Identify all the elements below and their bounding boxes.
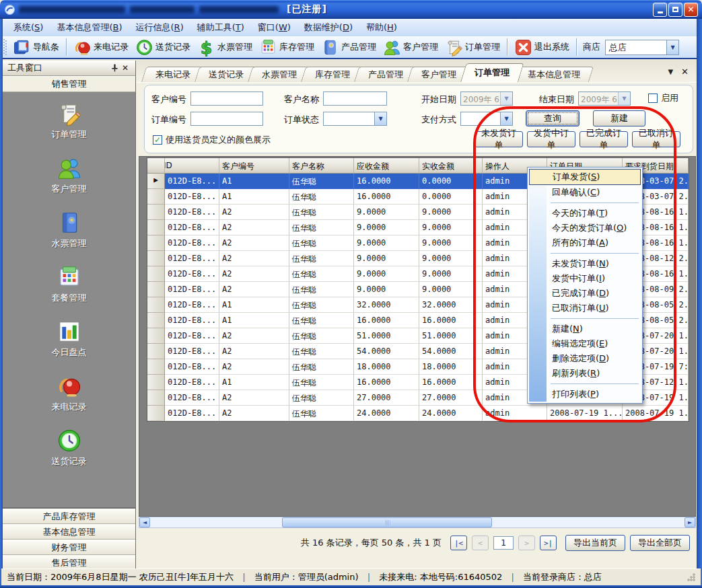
order-status-filter-button[interactable]: 发货中订单 (527, 131, 575, 147)
chevron-down-icon[interactable]: ▼ (374, 112, 386, 125)
pin-icon[interactable] (109, 63, 120, 73)
toolbar-grip[interactable] (3, 39, 7, 55)
row-selector[interactable] (147, 297, 165, 313)
tab-水票管理[interactable]: 水票管理 (248, 67, 306, 82)
context-menu-item[interactable]: 今天的订单(T) (529, 206, 641, 221)
query-button[interactable]: 查询 (526, 110, 580, 126)
tab-送货记录[interactable]: 送货记录 (195, 67, 252, 82)
customer-name-input[interactable] (323, 91, 387, 106)
order-status-filter-button[interactable]: 未发货订单 (475, 131, 523, 147)
close-button[interactable]: ✕ (684, 3, 698, 17)
row-selector[interactable] (147, 282, 165, 297)
context-menu-item[interactable]: 新建(N) (529, 322, 641, 336)
sidebar-item[interactable]: 来电记录 (52, 373, 87, 413)
column-header[interactable]: 客户编号 (219, 158, 289, 174)
tab-订单管理[interactable]: 订单管理 (460, 63, 518, 82)
next-page-button[interactable]: > (518, 536, 535, 550)
row-selector[interactable] (147, 328, 165, 344)
chevron-down-icon[interactable]: ▼ (500, 112, 512, 125)
row-selector[interactable] (147, 344, 165, 359)
sidebar-group-button[interactable]: 产品库存管理 (3, 509, 135, 524)
sidebar-section-sales[interactable]: 销售管理 (3, 76, 135, 92)
toolbar-button[interactable]: 导航条 (9, 37, 63, 58)
enable-checkbox[interactable]: 启用 (648, 92, 678, 104)
courier-color-checkbox[interactable]: ✓ 使用送货员定义的颜色展示 (153, 134, 271, 146)
row-selector[interactable] (147, 235, 165, 251)
context-menu-item[interactable]: 编辑选定项(E) (529, 336, 641, 351)
menubar-item[interactable]: 辅助工具(T) (190, 19, 251, 36)
row-selector[interactable] (147, 220, 165, 235)
export-all-pages-button[interactable]: 导出全部页 (630, 535, 690, 551)
toolbar-button[interactable]: 库存管理 (256, 37, 318, 58)
toolbar-button[interactable]: 送货记录 (132, 37, 194, 58)
row-selector[interactable] (147, 406, 165, 421)
sidebar-item[interactable]: 送货记录 (52, 428, 87, 468)
row-selector[interactable] (147, 189, 165, 205)
context-menu-item[interactable]: 打印列表(P) (529, 387, 641, 402)
toolbar-button[interactable]: 产品管理 (318, 37, 380, 58)
tab-客户管理[interactable]: 客户管理 (407, 67, 465, 82)
toolbar-button[interactable]: 来电记录 (70, 37, 132, 58)
minimize-button[interactable] (653, 3, 667, 17)
context-menu-item[interactable]: 未发货订单(N) (529, 256, 641, 271)
context-menu-item[interactable]: 已完成订单(D) (529, 286, 641, 301)
sidebar-item[interactable]: 今日盘点 (52, 319, 87, 359)
context-menu-item[interactable]: 今天的发货订单(O) (529, 221, 641, 235)
shop-select[interactable]: 总店 ▼ (605, 40, 679, 55)
pay-method-select[interactable]: ▼ (460, 112, 513, 126)
context-menu-item[interactable]: 所有的订单(A) (529, 235, 641, 250)
menubar-item[interactable]: 窗口(W) (251, 19, 297, 36)
last-page-button[interactable]: >| (540, 536, 557, 550)
order-status-filter-button[interactable]: 已完成订单 (580, 131, 628, 147)
tab-scroll-down-icon[interactable]: ▼ (668, 68, 673, 75)
close-icon[interactable]: ✕ (120, 63, 131, 73)
chevron-down-icon[interactable]: ▼ (500, 92, 512, 105)
maximize-button[interactable] (668, 3, 682, 17)
tab-库存管理[interactable]: 库存管理 (301, 67, 359, 82)
row-selector[interactable] (147, 359, 165, 375)
tab-基本信息管理[interactable]: 基本信息管理 (514, 67, 589, 82)
sidebar-item[interactable]: 水票管理 (52, 210, 87, 250)
toolbar-button[interactable]: 退出系统 (511, 37, 573, 58)
row-selector[interactable] (147, 313, 165, 328)
tab-close-icon[interactable]: ✕ (681, 67, 689, 77)
sidebar-group-button[interactable]: 财务管理 (3, 540, 135, 555)
menubar-item[interactable]: 系统(S) (7, 19, 50, 36)
chevron-down-icon[interactable]: ▼ (618, 92, 630, 105)
menubar-item[interactable]: 运行信息(R) (129, 19, 190, 36)
menubar-item[interactable]: 帮助(H) (359, 19, 404, 36)
context-menu-item[interactable]: 删除选定项(D) (529, 351, 641, 366)
context-menu-item[interactable]: 刷新列表(R) (529, 366, 641, 381)
menubar-item[interactable]: 基本信息管理(B) (50, 19, 129, 36)
context-menu-item[interactable]: 已取消订单(U) (529, 301, 641, 316)
context-menu-item[interactable]: 订单发货(S) (529, 169, 641, 185)
chevron-down-icon[interactable]: ▼ (666, 40, 678, 54)
tab-来电记录[interactable]: 来电记录 (141, 67, 199, 82)
sidebar-item[interactable]: 套餐管理 (52, 264, 87, 304)
toolbar-button[interactable]: 客户管理 (380, 37, 442, 58)
column-header[interactable]: ID (165, 158, 219, 174)
sidebar-item[interactable]: 订单管理 (52, 101, 87, 141)
page-number-input[interactable]: 1 (493, 536, 514, 550)
toolbar-button[interactable]: 订单管理 (442, 37, 503, 58)
order-no-input[interactable] (190, 112, 263, 126)
row-selector[interactable] (147, 205, 165, 220)
row-selector[interactable] (147, 251, 165, 266)
export-current-page-button[interactable]: 导出当前页 (565, 535, 625, 551)
scrollbar-thumb[interactable] (282, 517, 492, 527)
row-selector[interactable] (147, 266, 165, 282)
column-header[interactable]: 应收金额 (354, 158, 419, 174)
menubar-item[interactable]: 数据维护(D) (297, 19, 359, 36)
table-row[interactable]: 012D-E8...A2伍华聪24.000024.0000admin2008-0… (147, 406, 689, 421)
new-button[interactable]: 新建 (593, 110, 645, 126)
end-date-picker[interactable]: 2009年 6月 8日 ▼ (578, 91, 631, 106)
scroll-left-icon[interactable]: ◄ (139, 517, 150, 527)
prev-page-button[interactable]: < (472, 536, 489, 550)
column-header[interactable]: 实收金额 (419, 158, 483, 174)
first-page-button[interactable]: |< (450, 536, 467, 550)
context-menu-item[interactable]: 回单确认(C) (529, 185, 641, 200)
order-status-select[interactable]: ▼ (323, 112, 387, 126)
horizontal-scrollbar[interactable]: ◄ ► (139, 517, 696, 528)
column-header[interactable]: 客户名称 (289, 158, 354, 174)
row-selector[interactable]: ▶ (147, 174, 165, 189)
